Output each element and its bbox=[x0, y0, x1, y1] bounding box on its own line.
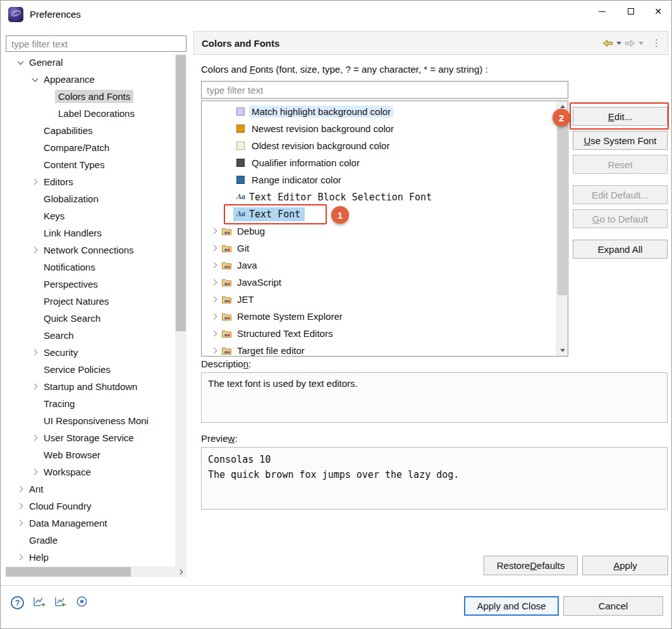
chevron-right-icon[interactable] bbox=[210, 278, 219, 287]
sidebar-item-appearance[interactable]: Appearance bbox=[6, 71, 175, 88]
chevron-right-icon[interactable] bbox=[210, 312, 219, 321]
sidebar-item-globalization[interactable]: Globalization bbox=[6, 190, 175, 207]
sidebar-item-project-natures[interactable]: Project Natures bbox=[6, 293, 175, 310]
font-list-item-java[interactable]: Java bbox=[202, 257, 556, 274]
sidebar-item-editors[interactable]: Editors bbox=[6, 173, 175, 190]
font-list-item-target-file-editor[interactable]: Target file editor bbox=[202, 342, 556, 357]
scroll-down-icon[interactable] bbox=[557, 345, 568, 356]
sidebar-item-gradle[interactable]: Gradle bbox=[6, 532, 175, 549]
export-preferences-icon[interactable] bbox=[33, 596, 46, 609]
sidebar-horizontal-scrollbar[interactable] bbox=[6, 566, 186, 577]
scroll-right-icon[interactable] bbox=[176, 568, 185, 576]
use-system-font-button[interactable]: Use System Font bbox=[573, 131, 668, 150]
scrollbar-thumb[interactable] bbox=[176, 55, 186, 331]
font-list-item-git[interactable]: Git bbox=[202, 240, 556, 257]
font-list-item-text-font[interactable]: AaText Font bbox=[202, 205, 556, 223]
view-menu-icon[interactable]: ⋮ bbox=[652, 37, 661, 49]
go-to-default-button[interactable]: Go to Default bbox=[573, 209, 668, 228]
sidebar-item-user-storage-service[interactable]: User Storage Service bbox=[6, 429, 175, 446]
sidebar-item-ant[interactable]: Ant bbox=[6, 480, 175, 498]
sidebar-item-keys[interactable]: Keys bbox=[6, 207, 175, 224]
font-list-item-javascript[interactable]: JavaScript bbox=[202, 274, 556, 291]
sidebar-filter-input[interactable] bbox=[6, 35, 186, 52]
chevron-right-icon[interactable] bbox=[30, 246, 39, 255]
sidebar-item-web-browser[interactable]: Web Browser bbox=[6, 446, 175, 463]
font-list-item-jet[interactable]: JET bbox=[202, 291, 556, 308]
font-list-item-remote-system-explorer[interactable]: Remote System Explorer bbox=[202, 308, 556, 325]
font-list-item-range-indicator-color[interactable]: Range indicator color bbox=[202, 171, 556, 188]
font-list-item-text-editor-block-selection-font[interactable]: AaText Editor Block Selection Font bbox=[202, 188, 556, 205]
sidebar-item-help[interactable]: Help bbox=[6, 549, 175, 566]
chevron-right-icon[interactable] bbox=[210, 227, 219, 236]
sidebar-item-ui-responsiveness-moni[interactable]: UI Responsiveness Moni bbox=[6, 412, 175, 429]
sidebar-item-notifications[interactable]: Notifications bbox=[6, 259, 175, 276]
chevron-down-icon[interactable] bbox=[30, 75, 39, 84]
font-list-item-match-highlight-background-color[interactable]: Match highlight background color bbox=[202, 103, 556, 120]
font-list-item-qualifier-information-color[interactable]: Qualifier information color bbox=[202, 154, 556, 171]
chevron-right-icon[interactable] bbox=[30, 468, 39, 477]
sidebar-item-label-decorations[interactable]: Label Decorations bbox=[6, 105, 175, 122]
forward-arrow-icon[interactable] bbox=[625, 39, 635, 47]
chevron-right-icon[interactable] bbox=[30, 348, 39, 357]
close-button[interactable]: ✕ bbox=[644, 1, 672, 22]
chevron-right-icon[interactable] bbox=[16, 553, 25, 562]
cancel-button[interactable]: Cancel bbox=[563, 596, 663, 616]
chevron-right-icon[interactable] bbox=[16, 502, 25, 511]
sidebar-item-quick-search[interactable]: Quick Search bbox=[6, 310, 175, 327]
sidebar-item-perspectives[interactable]: Perspectives bbox=[6, 276, 175, 293]
font-list-item-structured-text-editors[interactable]: Structured Text Editors bbox=[202, 325, 556, 342]
minimize-button[interactable] bbox=[587, 1, 616, 22]
back-arrow-icon[interactable] bbox=[602, 39, 613, 47]
sidebar-item-service-policies[interactable]: Service Policies bbox=[6, 361, 175, 378]
font-list-item-debug[interactable]: Debug bbox=[202, 223, 556, 240]
reset-button[interactable]: Reset bbox=[573, 155, 668, 174]
chevron-right-icon[interactable] bbox=[30, 382, 39, 391]
expand-all-button[interactable]: Expand All bbox=[573, 240, 668, 259]
sidebar-vertical-scrollbar[interactable] bbox=[175, 54, 186, 566]
chevron-right-icon[interactable] bbox=[210, 329, 219, 338]
apply-button[interactable]: Apply bbox=[582, 556, 668, 575]
forward-history-caret-icon[interactable] bbox=[638, 42, 644, 45]
help-icon[interactable]: ? bbox=[11, 596, 24, 609]
import-preferences-icon[interactable] bbox=[54, 596, 67, 609]
sidebar-item-compare-patch[interactable]: Compare/Patch bbox=[6, 139, 175, 156]
sidebar-item-colors-and-fonts[interactable]: Colors and Fonts bbox=[6, 88, 175, 105]
chevron-right-icon[interactable] bbox=[210, 346, 219, 355]
chevron-right-icon[interactable] bbox=[210, 295, 219, 304]
sidebar-item-general[interactable]: General bbox=[6, 54, 175, 71]
sidebar-item-cloud-foundry[interactable]: Cloud Foundry bbox=[6, 498, 175, 515]
scrollbar-thumb[interactable] bbox=[6, 567, 131, 577]
chevron-right-icon[interactable] bbox=[30, 178, 39, 186]
chevron-right-icon[interactable] bbox=[210, 261, 219, 270]
list-item-label: Text Editor Block Selection Font bbox=[249, 192, 432, 203]
back-history-caret-icon[interactable] bbox=[616, 42, 621, 45]
preference-recorder-icon[interactable] bbox=[76, 595, 88, 610]
chevron-right-icon[interactable] bbox=[16, 519, 25, 528]
sidebar-item-workspace[interactable]: Workspace bbox=[6, 463, 175, 480]
apply-and-close-button[interactable]: Apply and Close bbox=[464, 596, 559, 616]
sidebar-item-capabilities[interactable]: Capabilities bbox=[6, 122, 175, 139]
sidebar-item-startup-and-shutdown[interactable]: Startup and Shutdown bbox=[6, 378, 175, 395]
sidebar-item-link-handlers[interactable]: Link Handlers bbox=[6, 224, 175, 241]
sidebar-item-search[interactable]: Search bbox=[6, 327, 175, 344]
sidebar-item-tracing[interactable]: Tracing bbox=[6, 395, 175, 412]
sidebar-item-data-management[interactable]: Data Management bbox=[6, 515, 175, 532]
scrollbar-thumb[interactable] bbox=[558, 113, 567, 295]
edit-button[interactable]: Edit... bbox=[573, 107, 668, 126]
restore-defaults-button[interactable]: Restore Defaults bbox=[484, 556, 578, 575]
font-filter-label: Colors and Fonts (font, size, type, ? = … bbox=[201, 64, 488, 75]
font-list-item-oldest-revision-background-color[interactable]: Oldest revision background color bbox=[202, 137, 556, 154]
sidebar-item-network-connections[interactable]: Network Connections bbox=[6, 241, 175, 259]
maximize-button[interactable] bbox=[616, 1, 645, 22]
list-vertical-scrollbar[interactable] bbox=[556, 101, 568, 356]
font-list-item-newest-revision-background-color[interactable]: Newest revision background color bbox=[202, 120, 556, 137]
edit-default-button[interactable]: Edit Default... bbox=[573, 185, 668, 204]
font-filter-input[interactable] bbox=[201, 81, 568, 99]
scroll-up-icon[interactable] bbox=[557, 101, 568, 112]
chevron-down-icon[interactable] bbox=[16, 58, 25, 67]
chevron-right-icon[interactable] bbox=[210, 244, 219, 253]
chevron-right-icon[interactable] bbox=[30, 434, 39, 443]
sidebar-item-content-types[interactable]: Content Types bbox=[6, 156, 175, 173]
sidebar-item-security[interactable]: Security bbox=[6, 344, 175, 361]
chevron-right-icon[interactable] bbox=[16, 485, 25, 494]
